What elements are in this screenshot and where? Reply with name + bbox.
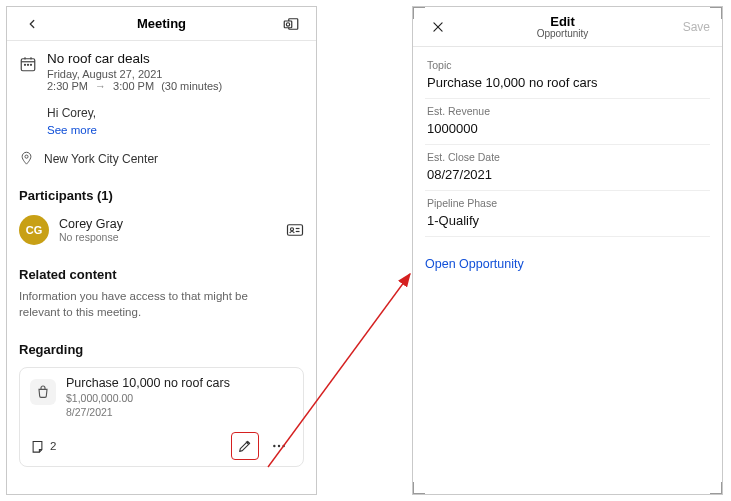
see-more-link[interactable]: See more	[47, 124, 97, 136]
est-close-date-value: 08/27/2021	[427, 167, 708, 182]
avatar: CG	[19, 215, 49, 245]
svg-rect-11	[288, 225, 303, 236]
meeting-panel: Meeting No roof car deals Friday, August…	[6, 6, 317, 495]
outlook-icon	[282, 15, 300, 33]
svg-point-8	[27, 64, 28, 65]
est-revenue-value: 1000000	[427, 121, 708, 136]
corner-mark	[413, 482, 425, 494]
pencil-icon	[237, 438, 253, 454]
back-button[interactable]	[15, 17, 49, 31]
regarding-card[interactable]: Purchase 10,000 no roof cars $1,000,000.…	[19, 367, 304, 467]
meeting-body: No roof car deals Friday, August 27, 202…	[7, 41, 316, 467]
chevron-left-icon	[25, 17, 39, 31]
pipeline-phase-field[interactable]: Pipeline Phase 1-Qualify	[425, 191, 710, 237]
edit-opportunity-panel: Edit Opportunity Save Topic Purchase 10,…	[412, 6, 723, 495]
regarding-date: 8/27/2021	[66, 406, 230, 418]
calendar-icon	[19, 55, 37, 73]
open-in-outlook-button[interactable]	[274, 15, 308, 33]
participant-row[interactable]: CG Corey Gray No response	[19, 215, 304, 245]
event-title: No roof car deals	[47, 51, 304, 66]
svg-rect-1	[284, 21, 292, 28]
topic-field[interactable]: Topic Purchase 10,000 no roof cars	[425, 53, 710, 99]
svg-point-15	[273, 445, 275, 447]
svg-point-14	[291, 228, 294, 231]
event-start: 2:30 PM	[47, 80, 88, 92]
notes-count: 2	[50, 440, 56, 452]
regarding-title: Purchase 10,000 no roof cars	[66, 376, 230, 390]
svg-point-17	[282, 445, 284, 447]
related-sub: Information you have access to that migh…	[19, 288, 289, 320]
event-time: 2:30 PM → 3:00 PM (30 minutes)	[47, 80, 304, 92]
regarding-amount: $1,000,000.00	[66, 392, 230, 404]
field-label: Est. Close Date	[427, 151, 708, 163]
close-icon	[431, 20, 445, 34]
edit-body: Topic Purchase 10,000 no roof cars Est. …	[413, 47, 722, 271]
arrow-right-icon: →	[91, 80, 110, 92]
corner-mark	[413, 7, 425, 19]
ellipsis-icon	[270, 438, 288, 454]
edit-regarding-button[interactable]	[231, 432, 259, 460]
svg-point-10	[25, 155, 28, 158]
greeting-text: Hi Corey,	[47, 106, 304, 120]
event-location: New York City Center	[44, 152, 158, 166]
field-label: Pipeline Phase	[427, 197, 708, 209]
meeting-header: Meeting	[7, 7, 316, 41]
event-duration: (30 minutes)	[161, 80, 222, 92]
event-date: Friday, August 27, 2021	[47, 68, 304, 80]
edit-header: Edit Opportunity Save	[413, 7, 722, 47]
participant-status: No response	[59, 231, 123, 243]
save-button[interactable]: Save	[683, 20, 710, 34]
opportunity-icon	[35, 384, 51, 400]
est-revenue-field[interactable]: Est. Revenue 1000000	[425, 99, 710, 145]
participants-heading: Participants (1)	[19, 188, 304, 203]
open-opportunity-link[interactable]: Open Opportunity	[425, 257, 524, 271]
notes-button[interactable]: 2	[30, 439, 56, 454]
event-end: 3:00 PM	[113, 80, 154, 92]
regarding-heading: Regarding	[19, 342, 304, 357]
topic-value: Purchase 10,000 no roof cars	[427, 75, 708, 90]
contact-card-icon	[286, 222, 304, 238]
svg-point-16	[278, 445, 280, 447]
meeting-header-title: Meeting	[137, 16, 186, 31]
more-actions-button[interactable]	[265, 432, 293, 460]
svg-point-9	[30, 64, 31, 65]
contact-card-button[interactable]	[286, 222, 304, 238]
related-heading: Related content	[19, 267, 304, 282]
est-close-date-field[interactable]: Est. Close Date 08/27/2021	[425, 145, 710, 191]
edit-header-title: Edit	[550, 14, 575, 29]
location-icon	[19, 151, 34, 166]
note-icon	[30, 439, 45, 454]
edit-header-subtitle: Opportunity	[537, 29, 589, 40]
svg-point-7	[24, 64, 25, 65]
corner-mark	[710, 7, 722, 19]
close-button[interactable]	[421, 20, 455, 34]
pipeline-phase-value: 1-Qualify	[427, 213, 708, 228]
corner-mark	[710, 482, 722, 494]
field-label: Est. Revenue	[427, 105, 708, 117]
participant-name: Corey Gray	[59, 217, 123, 231]
field-label: Topic	[427, 59, 708, 71]
